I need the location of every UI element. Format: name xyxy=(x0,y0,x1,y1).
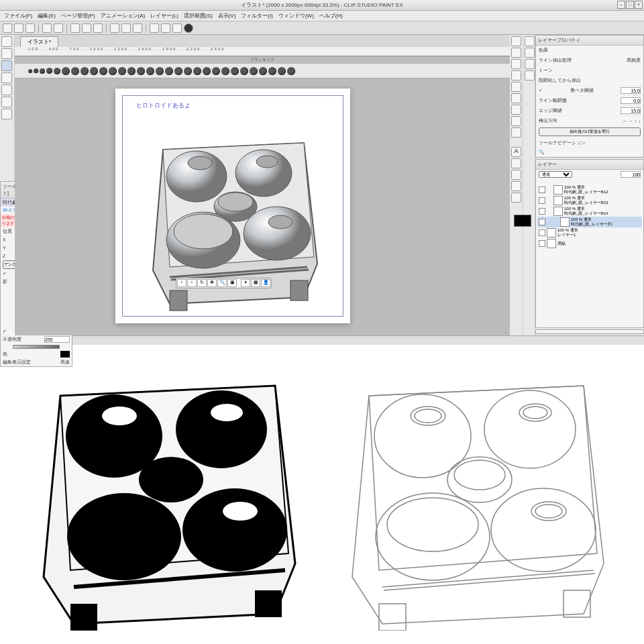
text-icon[interactable]: A xyxy=(511,147,521,157)
tab-illust[interactable]: イラスト* xyxy=(20,36,58,47)
brush-dot[interactable] xyxy=(250,67,258,75)
hand-icon[interactable] xyxy=(511,48,521,58)
brush-dot[interactable] xyxy=(174,67,182,75)
tool-zoom-icon[interactable] xyxy=(110,23,119,33)
visibility-icon[interactable] xyxy=(539,208,545,215)
brush-dot[interactable] xyxy=(80,67,89,75)
brush-dot[interactable] xyxy=(109,67,117,75)
brush-dot[interactable] xyxy=(240,67,248,75)
tool-grid-icon[interactable] xyxy=(150,23,159,33)
fill-icon[interactable] xyxy=(1,109,12,119)
brush-dot[interactable] xyxy=(28,69,32,73)
brush-dot[interactable] xyxy=(40,68,45,74)
lt-exec-button[interactable]: 抽出後のLT変換を実行 xyxy=(539,127,641,136)
blackfill-input[interactable] xyxy=(621,87,641,94)
brush-dot[interactable] xyxy=(90,67,98,75)
nav-user-icon[interactable]: 👤 xyxy=(261,279,270,287)
tool-ruler-icon[interactable] xyxy=(161,23,170,33)
layer-row[interactable]: 100 % 通常時代劇_膳_レイヤーB14 xyxy=(537,206,642,217)
postproc-label[interactable]: 階調化してから抽出 xyxy=(539,77,581,84)
rect-select-icon[interactable] xyxy=(511,82,521,92)
brush-dot[interactable] xyxy=(221,67,229,75)
brush-dot[interactable] xyxy=(268,67,276,75)
nav-search-icon[interactable]: 🔍 xyxy=(539,150,545,155)
blend-mode-select[interactable]: 通過 xyxy=(539,171,572,178)
nav-light-icon[interactable]: ☀ xyxy=(241,279,250,287)
brush-dot[interactable] xyxy=(127,67,136,75)
lineext-label[interactable]: ライン抽出処理 xyxy=(539,57,572,64)
menu-anim[interactable]: アニメーション(A) xyxy=(99,12,147,19)
visibility-icon[interactable] xyxy=(539,229,545,236)
nav-zoom-icon[interactable]: 🔍 xyxy=(217,279,227,287)
menu-file[interactable]: ファイル(F) xyxy=(3,12,34,19)
brush-dot[interactable] xyxy=(231,67,239,75)
brush-dot[interactable] xyxy=(259,67,267,75)
move-icon[interactable] xyxy=(1,48,12,59)
tool-copy-icon[interactable] xyxy=(82,23,91,33)
brush-dot[interactable] xyxy=(203,67,211,75)
menu-page[interactable]: ページ管理(P) xyxy=(60,12,97,19)
visibility-icon[interactable] xyxy=(539,219,545,225)
tone-label[interactable]: トーン xyxy=(539,67,553,74)
layer-row[interactable]: 100 % 通常時代劇_膳_レイヤーB12 xyxy=(537,184,642,195)
lasso-icon[interactable] xyxy=(511,70,521,80)
color-swatch[interactable] xyxy=(60,351,70,358)
nav-rotate-icon[interactable]: ↻ xyxy=(197,279,207,287)
crop-icon[interactable] xyxy=(511,116,521,126)
nav-prev-icon[interactable]: ‹ xyxy=(177,279,186,287)
nav-camera-icon[interactable]: ▣ xyxy=(227,279,237,287)
tool-open-icon[interactable] xyxy=(14,23,23,33)
tool-rotate-icon[interactable] xyxy=(121,23,131,33)
brush-icon[interactable] xyxy=(1,85,12,95)
rotate-icon[interactable] xyxy=(511,59,521,69)
eraser-icon[interactable] xyxy=(1,97,12,107)
visibility-icon[interactable] xyxy=(539,240,545,247)
operation-icon[interactable] xyxy=(1,60,12,71)
menu-select[interactable]: 選択範囲(S) xyxy=(182,12,214,19)
nav-move-icon[interactable]: ✥ xyxy=(207,279,217,287)
brush-dot[interactable] xyxy=(54,68,60,74)
balloon-icon[interactable] xyxy=(511,158,521,168)
menu-layer[interactable]: レイヤー(L) xyxy=(149,12,180,19)
layer-row[interactable]: 用紙 xyxy=(537,238,642,249)
opacity-slider[interactable] xyxy=(13,345,60,349)
tool-redo-icon[interactable] xyxy=(54,23,63,33)
opacity-input[interactable] xyxy=(44,336,70,343)
tool-cut-icon[interactable] xyxy=(70,23,80,33)
history-icon[interactable] xyxy=(525,70,535,80)
brush-dot[interactable] xyxy=(212,67,220,75)
tool-flip-icon[interactable] xyxy=(133,23,142,33)
minimize-button[interactable]: – xyxy=(617,1,625,9)
brush-dot[interactable] xyxy=(99,67,107,75)
layer-row[interactable]: 100 % 通常時代劇_膳_レイヤー列 xyxy=(537,217,642,227)
color-mix-icon[interactable] xyxy=(525,59,535,69)
wand-icon[interactable] xyxy=(511,105,521,115)
tool-snap-icon[interactable] xyxy=(172,23,182,33)
brush-dot[interactable] xyxy=(184,67,192,75)
linewidth-input[interactable] xyxy=(621,97,641,104)
magnify-icon[interactable] xyxy=(511,36,521,46)
frame-icon[interactable] xyxy=(511,170,521,180)
brush-dot[interactable] xyxy=(62,67,70,75)
brush-dot[interactable] xyxy=(118,67,126,75)
visibility-icon[interactable] xyxy=(539,186,545,193)
brush-dot[interactable] xyxy=(146,67,154,75)
menu-view[interactable]: 表示(V) xyxy=(217,12,237,19)
menu-edit[interactable]: 編集(E) xyxy=(36,12,57,19)
layer-row[interactable]: 100 % 通常時代劇_膳_レイヤーB13 xyxy=(537,195,642,206)
maximize-button[interactable]: □ xyxy=(626,1,634,9)
edge-input[interactable] xyxy=(621,107,641,114)
tool-info-icon[interactable] xyxy=(184,23,193,33)
pen-icon[interactable] xyxy=(1,72,12,83)
brush-dot[interactable] xyxy=(34,68,38,73)
layer-row[interactable]: 100 % 通常レイヤー1 xyxy=(537,227,642,238)
menu-window[interactable]: ウィンドウ(W) xyxy=(277,12,315,19)
layer-opacity-input[interactable] xyxy=(621,171,641,178)
menu-help[interactable]: ヘルプ(H) xyxy=(318,12,344,19)
brush-dot[interactable] xyxy=(71,67,79,75)
tool-new-icon[interactable] xyxy=(3,23,12,33)
ruler-icon[interactable] xyxy=(511,181,521,191)
nav-next-icon[interactable]: › xyxy=(187,279,197,287)
brush-dot[interactable] xyxy=(156,67,164,75)
brush-dot[interactable] xyxy=(137,67,145,75)
